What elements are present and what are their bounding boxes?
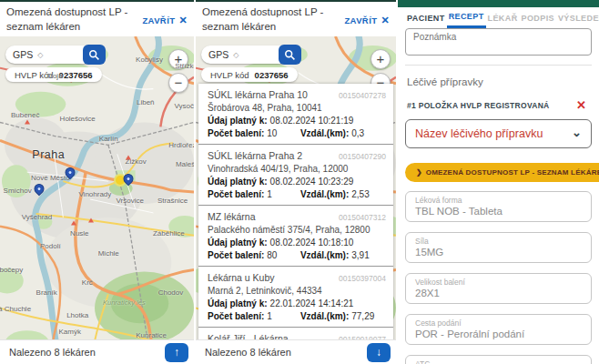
hvlp-code-value: 0237656 bbox=[255, 70, 289, 80]
map-label: Krč bbox=[82, 278, 93, 287]
close-button[interactable]: ZAVŘÍT ✕ bbox=[142, 15, 188, 26]
close-button[interactable]: ZAVŘÍT ✕ bbox=[344, 15, 390, 26]
poi-triangle-icon bbox=[88, 217, 94, 222]
search-icon bbox=[284, 49, 296, 61]
map-container[interactable]: GPS ◇ HVLP kód 0237656 + − SÚKL lékárn bbox=[196, 36, 396, 364]
field-label: Cesta podání bbox=[415, 318, 582, 328]
section-title: Léčivé přípravky bbox=[407, 76, 590, 87]
map-label: Michle bbox=[98, 248, 119, 257]
map-label: Podolí bbox=[40, 242, 61, 250]
tab-výsledek[interactable]: VÝSLEDEK bbox=[556, 7, 599, 28]
map-label: Vyšehrad bbox=[22, 213, 53, 221]
pharmacy-list-item[interactable]: SÚKL lékárna Praha 2 00150407290 Vinohra… bbox=[198, 145, 393, 206]
remove-item-button[interactable]: ✕ bbox=[573, 98, 590, 112]
show-map-button[interactable]: ↓ bbox=[367, 343, 391, 362]
map-label: Troja bbox=[46, 72, 63, 80]
results-footer: Nalezeno 8 lékáren ↓ bbox=[196, 339, 396, 364]
results-count: Nalezeno 8 lékáren bbox=[9, 347, 165, 358]
distance-label: Vzdál.(km): bbox=[300, 189, 349, 199]
search-button[interactable] bbox=[279, 45, 301, 65]
pharmacy-name: MZ lékárna bbox=[208, 211, 339, 222]
note-field-label: Poznámka bbox=[413, 32, 456, 42]
map-label: Nové Město bbox=[31, 173, 70, 181]
gps-search-input[interactable]: GPS ◇ bbox=[5, 46, 95, 64]
close-icon: ✕ bbox=[576, 98, 586, 112]
field-value: TBL NOB - Tableta bbox=[415, 206, 582, 217]
pharmacy-code: 00150407312 bbox=[339, 213, 386, 222]
arrow-down-icon: ↓ bbox=[376, 346, 381, 359]
valid-label: Údaj platný k: bbox=[208, 298, 268, 308]
pharmacy-list-item[interactable]: MZ lékárna 00150407312 Palackého náměstí… bbox=[198, 206, 393, 267]
map-label: Vinohrady bbox=[78, 189, 111, 197]
pharmacy-name: Lékárna u Kuby bbox=[208, 272, 339, 283]
zoom-out-button[interactable]: − bbox=[168, 73, 188, 93]
pharmacy-address: Šrobárova 48, Praha, 10041 bbox=[208, 103, 386, 113]
map-label: Kunratice bbox=[136, 330, 167, 339]
tab-recept[interactable]: RECEPT bbox=[447, 7, 486, 28]
pharmacy-list-item[interactable]: SÚKL lékárna Praha 10 00150407278 Šrobár… bbox=[198, 84, 393, 145]
left-header: Omezená dostupnost LP - seznam lékáren Z… bbox=[0, 2, 194, 36]
packages-label: Počet balení: bbox=[208, 250, 264, 260]
map-label: Braník bbox=[36, 288, 57, 296]
field-label: Velikost balení bbox=[415, 278, 582, 287]
map-label: Nusle bbox=[70, 229, 88, 238]
note-field[interactable]: Poznámka bbox=[405, 28, 592, 56]
pharmacy-name: SÚKL lékárna Praha 2 bbox=[208, 150, 339, 161]
map-label: Velká Chuchle bbox=[0, 304, 31, 312]
pharmacy-address: Palackého náměstí 375/4, Praha, 12800 bbox=[208, 225, 386, 235]
map-label: Záběhlice bbox=[153, 229, 185, 238]
panel-recept-form: PACIENT RECEPT LÉKAŘ PODPIS VÝSLEDEK Poz… bbox=[398, 0, 599, 364]
valid-value: 08.02.2024 10:18:10 bbox=[270, 238, 354, 248]
map-label: Bubeneč bbox=[11, 111, 40, 119]
map-label: Karlín bbox=[99, 134, 118, 142]
drug-name-select[interactable]: Název léčivého přípravku ⌄ bbox=[405, 119, 592, 148]
tab-pacient[interactable]: PACIENT bbox=[405, 7, 447, 28]
distance-label: Vzdál.(km): bbox=[300, 311, 349, 321]
pharmacy-list-item[interactable]: Lékárna u Kuby 00150397004 Marná 2, Letn… bbox=[198, 267, 393, 328]
screenshot-root: Omezená dostupnost LP - seznam lékáren Z… bbox=[0, 0, 599, 364]
packages-value: 80 bbox=[267, 250, 277, 260]
distance-value: 0,3 bbox=[351, 128, 364, 138]
results-footer: Nalezeno 8 lékáren ↑ bbox=[0, 339, 194, 364]
middle-header: Omezená dostupnost LP - seznam lékáren Z… bbox=[196, 2, 396, 36]
map-label: Holešovice bbox=[60, 115, 96, 123]
close-icon: ✕ bbox=[178, 15, 188, 26]
map-label: Libeň bbox=[137, 98, 155, 106]
distance-value: 3,91 bbox=[351, 250, 369, 260]
zoom-in-button[interactable]: + bbox=[371, 49, 391, 69]
form-field: ATC bbox=[405, 355, 592, 364]
gps-search-input[interactable]: GPS ◇ bbox=[201, 46, 290, 64]
gps-location-icon: ◇ bbox=[233, 51, 239, 59]
search-button[interactable] bbox=[83, 45, 106, 65]
map-container[interactable]: GPS ◇ HVLP kód 0237656 + − Nalezeno 8 lé… bbox=[0, 36, 194, 364]
panel-list-view: Omezená dostupnost LP - seznam lékáren Z… bbox=[196, 0, 396, 364]
arrow-up-icon: ↑ bbox=[174, 346, 179, 359]
item-header-row: #1 POLOŽKA HVLP REGISTROVANÁ ✕ bbox=[407, 98, 590, 112]
map-label: Vršovice bbox=[117, 197, 144, 205]
field-value: POR - Perorální podání bbox=[415, 329, 582, 339]
map-label: Kamýk bbox=[58, 328, 80, 336]
pharmacy-name: SÚKL lékárna Praha 10 bbox=[208, 89, 339, 100]
hvlp-code-value: 0237656 bbox=[59, 70, 93, 80]
tab-podpis[interactable]: PODPIS bbox=[520, 7, 556, 28]
map-label: Střížkov bbox=[175, 62, 194, 70]
map-label: Praha bbox=[32, 148, 65, 161]
show-list-button[interactable]: ↑ bbox=[165, 343, 188, 362]
distance-value: 77,29 bbox=[351, 311, 374, 321]
packages-label: Počet balení: bbox=[208, 189, 264, 199]
field-value: 15MG bbox=[415, 247, 582, 258]
form-tabs: PACIENT RECEPT LÉKAŘ PODPIS VÝSLEDEK bbox=[398, 7, 599, 28]
panel-map-view: Omezená dostupnost LP - seznam lékáren Z… bbox=[0, 0, 194, 364]
chevron-right-icon: ❯ bbox=[416, 168, 422, 177]
packages-value: 10 bbox=[267, 128, 277, 138]
map-label: Chodov bbox=[158, 288, 184, 296]
app-header-bar bbox=[398, 0, 599, 7]
valid-value: 08.02.2024 10:23:29 bbox=[270, 177, 354, 187]
valid-label: Údaj platný k: bbox=[208, 238, 268, 248]
availability-button[interactable]: ❯ OMEZENÁ DOSTUPNOST LP - SEZNAM LÉKÁREN bbox=[405, 163, 599, 182]
packages-label: Počet balení: bbox=[208, 128, 264, 138]
map-label: Kunratický les bbox=[103, 298, 146, 306]
tab-lékař[interactable]: LÉKAŘ bbox=[486, 7, 520, 28]
close-icon: ✕ bbox=[381, 15, 390, 26]
map-label: Hrdlořezy bbox=[168, 140, 194, 148]
